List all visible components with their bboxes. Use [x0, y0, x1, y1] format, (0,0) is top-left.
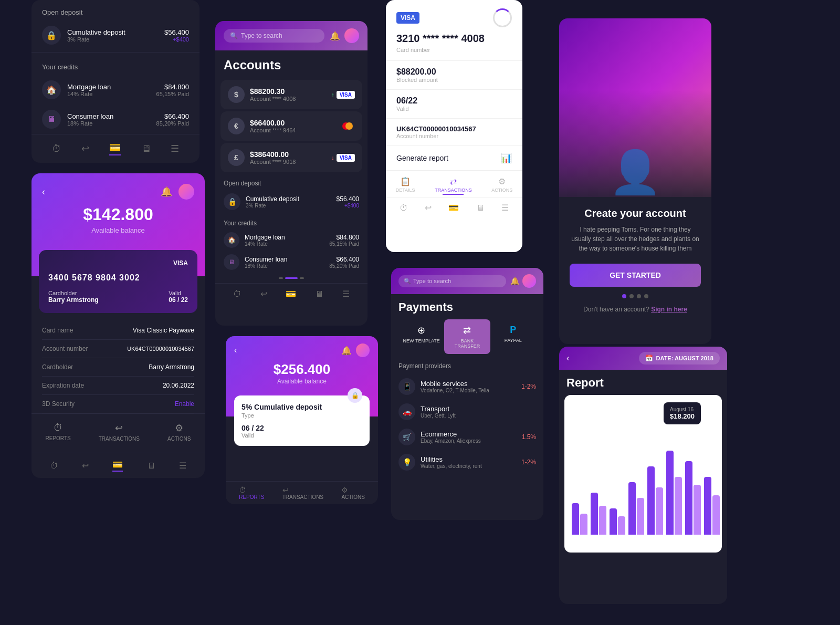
new-template-tab[interactable]: ⊕ NEW TEMPLATE	[398, 319, 444, 354]
bar-light-1[interactable]	[599, 506, 606, 535]
bar-purple-0[interactable]	[572, 503, 579, 535]
bar-light-4[interactable]	[656, 487, 663, 535]
bell-icon[interactable]: 🔔	[330, 31, 340, 41]
ecommerce-provider[interactable]: 🛒 Ecommerce Ebay, Amazon, Aliexpress 1.5…	[391, 424, 543, 450]
p4-reports-action[interactable]: ⏱ REPORTS	[46, 422, 71, 442]
transport-sub: Uber, Gett, Lyft	[421, 413, 531, 419]
p4-bell-icon[interactable]: 🔔	[161, 186, 172, 197]
signin-link[interactable]: Sign in here	[651, 306, 687, 313]
mortgage-icon: 🏠	[42, 80, 61, 99]
p4-transactions-action[interactable]: ↩ TRANSACTIONS	[99, 422, 140, 442]
bar-group-4[interactable]	[647, 466, 663, 535]
p4-nav-4[interactable]: 🖥	[147, 461, 155, 471]
nav-card-icon[interactable]: 💳	[109, 142, 121, 155]
p2-dep-name: Cumulative deposit	[246, 195, 331, 203]
bar-group-5[interactable]	[666, 451, 682, 535]
p4-header-icons: 🔔	[161, 184, 194, 200]
tab-transactions[interactable]: ⇄ TRANSACTIONS	[435, 176, 472, 195]
p4-actions-icon: ⚙	[167, 422, 191, 434]
tab-details[interactable]: 📋 DETAILS	[396, 176, 415, 195]
create-account-desc: I hate peeping Toms. For one thing they …	[570, 225, 701, 253]
p5-back-button[interactable]: ‹	[234, 346, 237, 355]
p5-actions-nav[interactable]: ⚙ ACTIONS	[341, 486, 364, 500]
utilities-provider[interactable]: 💡 Utilities Water, gas, electricity, ren…	[391, 450, 543, 475]
dot-1	[622, 294, 626, 298]
bar-purple-3[interactable]	[628, 482, 636, 535]
bar-purple-7[interactable]	[704, 477, 711, 535]
account-item-eur[interactable]: € $66400.00 Account **** 9464	[220, 111, 362, 141]
bar-group-2[interactable]	[610, 508, 625, 535]
nav-reports-icon[interactable]: ⏱	[52, 143, 61, 154]
bar-light-7[interactable]	[712, 495, 720, 535]
bar-group-6[interactable]	[685, 461, 701, 535]
bar-purple-1[interactable]	[591, 493, 598, 535]
p4-avatar[interactable]	[178, 184, 194, 200]
deposit-date: 06 / 22	[242, 424, 362, 432]
p4-actions-row: ⏱ REPORTS ↩ TRANSACTIONS ⚙ ACTIONS	[32, 413, 205, 450]
chart-tooltip: August 16 $18.200	[664, 402, 701, 424]
payment-tabs: ⊕ NEW TEMPLATE ⇄ BANK TRANSFER P PAYPAL	[398, 319, 536, 354]
bar-light-3[interactable]	[637, 498, 644, 535]
p4-nav-1[interactable]: ⏱	[50, 461, 58, 471]
p2-nav-transactions[interactable]: ↩	[260, 289, 267, 299]
dot-2	[629, 294, 634, 298]
p5-avatar[interactable]	[356, 343, 370, 357]
mortgage-paid: 65,15% Paid	[156, 91, 189, 97]
p6-bell-icon[interactable]: 🔔	[510, 277, 519, 285]
bar-purple-4[interactable]	[647, 466, 655, 535]
p8-back-button[interactable]: ‹	[566, 353, 569, 363]
user-avatar[interactable]	[344, 28, 359, 43]
p4-top-bar: ‹ 🔔	[42, 184, 194, 200]
p6-avatar[interactable]	[522, 274, 536, 288]
p3-nav-3[interactable]: 💳	[448, 203, 459, 213]
bar-light-5[interactable]	[675, 477, 682, 535]
p3-nav-5[interactable]: ☰	[501, 203, 509, 213]
p4-back-button[interactable]: ‹	[42, 186, 45, 197]
p4-nav-2[interactable]: ↩	[82, 461, 89, 471]
nav-transactions-icon[interactable]: ↩	[81, 143, 89, 154]
p4-nav-5[interactable]: ☰	[179, 461, 186, 471]
deposit-name: Cumulative deposit	[67, 28, 158, 36]
accounts-search[interactable]: 🔍 Type to search	[224, 29, 324, 43]
p5-reports-nav[interactable]: ⏱ REPORTS	[239, 486, 264, 500]
p3-nav-4[interactable]: 🖥	[476, 203, 485, 213]
report-row[interactable]: Generate report 📊	[386, 146, 522, 170]
p5-balance-label: Available balance	[234, 378, 370, 385]
bar-light-2[interactable]	[618, 516, 625, 535]
paypal-tab[interactable]: P PAYPAL	[490, 319, 536, 354]
bar-group-0[interactable]	[572, 503, 587, 535]
p3-nav-1[interactable]: ⏱	[400, 203, 408, 213]
bar-light-0[interactable]	[580, 514, 587, 535]
eur-number: Account **** 9464	[250, 127, 337, 133]
bar-light-6[interactable]	[694, 485, 701, 535]
nav-screen-icon[interactable]: 🖥	[141, 143, 151, 154]
new-template-icon: ⊕	[417, 325, 425, 336]
bar-group-7[interactable]	[704, 477, 720, 535]
bar-group-1[interactable]	[591, 493, 606, 535]
account-item-usd[interactable]: $ $88200.30 Account **** 4008 ↑ VISA	[220, 80, 362, 109]
p3-nav-2[interactable]: ↩	[425, 203, 432, 213]
p5-transactions-nav[interactable]: ↩ TRANSACTIONS	[282, 486, 323, 500]
get-started-button[interactable]: GET STARTED	[570, 264, 701, 287]
bar-group-3[interactable]	[628, 482, 644, 535]
tooltip-date: August 16	[670, 407, 695, 412]
p5-bell-icon[interactable]: 🔔	[341, 346, 352, 356]
account-number-row-4: Account number UK64CT00000010034567	[42, 340, 194, 358]
bar-purple-6[interactable]	[685, 461, 692, 535]
p2-dep-main: $56.400	[337, 195, 359, 203]
p2-nav-card[interactable]: 💳	[286, 289, 296, 299]
p2-nav-menu[interactable]: ☰	[342, 289, 350, 299]
p2-nav-screen[interactable]: 🖥	[315, 289, 323, 299]
p4-actions-action[interactable]: ⚙ ACTIONS	[167, 422, 191, 442]
payments-search[interactable]: 🔍 Type to search	[398, 275, 506, 287]
tab-actions[interactable]: ⚙ ACTIONS	[491, 176, 512, 195]
p2-nav-reports[interactable]: ⏱	[233, 289, 242, 299]
bar-purple-2[interactable]	[610, 508, 617, 535]
account-item-gbp[interactable]: £ $386400.00 Account **** 9018 ↓ VISA	[220, 143, 362, 172]
p4-nav-3[interactable]: 💳	[112, 460, 123, 472]
mobile-provider[interactable]: 📱 Mobile services Vodafone, O2, T-Mobile…	[391, 374, 543, 399]
nav-menu-icon[interactable]: ☰	[171, 143, 179, 154]
bank-transfer-tab[interactable]: ⇄ BANK TRANSFER	[444, 319, 490, 354]
bar-purple-5[interactable]	[666, 451, 674, 535]
transport-provider[interactable]: 🚗 Transport Uber, Gett, Lyft	[391, 399, 543, 424]
